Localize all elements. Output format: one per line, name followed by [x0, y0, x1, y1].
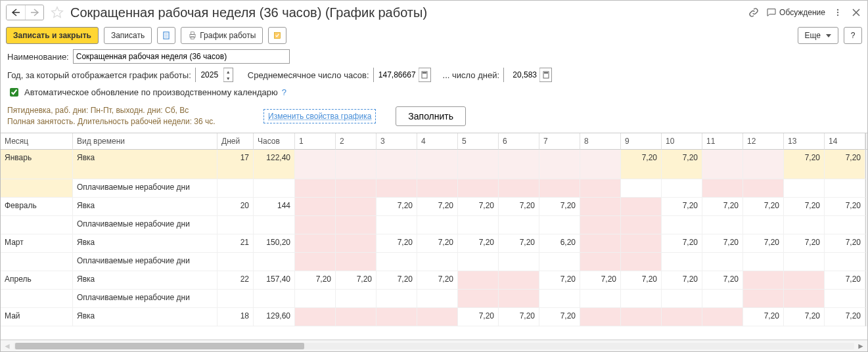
cell-day[interactable]	[621, 198, 662, 216]
col-day[interactable]: 11	[702, 133, 743, 150]
cell-day[interactable]	[702, 179, 743, 198]
cell-day[interactable]	[295, 253, 336, 271]
cell-day[interactable]	[458, 216, 499, 234]
vscroll-cell[interactable]	[865, 234, 867, 253]
cell-day[interactable]	[743, 290, 784, 308]
cell-day[interactable]	[702, 150, 743, 179]
col-day[interactable]: 9	[621, 133, 662, 150]
cell-day[interactable]	[580, 290, 621, 308]
kebab-menu-icon[interactable]	[832, 7, 844, 18]
cell-day[interactable]	[743, 179, 784, 198]
vscroll-cell[interactable]	[865, 271, 867, 290]
col-hours[interactable]: Часов	[254, 133, 295, 150]
cell-hours[interactable]	[254, 179, 295, 198]
cell-day[interactable]	[336, 179, 377, 198]
cell-day[interactable]: 7,20	[743, 198, 784, 216]
cell-day[interactable]	[621, 234, 662, 253]
cell-day[interactable]: 7,20	[784, 198, 825, 216]
vscroll-cell[interactable]	[865, 308, 867, 326]
cell-day[interactable]	[336, 308, 377, 326]
col-day[interactable]: 12	[743, 133, 784, 150]
cell-day[interactable]	[662, 290, 702, 308]
cell-day[interactable]	[458, 253, 499, 271]
auto-update-help[interactable]: ?	[282, 87, 286, 97]
col-month[interactable]: Месяц	[1, 133, 73, 150]
cell-day[interactable]: 7,20	[499, 234, 539, 253]
cell-hours[interactable]: 122,40	[254, 150, 295, 179]
cell-day[interactable]	[377, 216, 417, 234]
col-day[interactable]: 3	[377, 133, 417, 150]
cell-day[interactable]	[539, 179, 580, 198]
cell-day[interactable]	[377, 308, 417, 326]
cell-day[interactable]	[580, 216, 621, 234]
cell-day[interactable]: 7,20	[702, 198, 743, 216]
cell-day[interactable]: 7,20	[458, 234, 499, 253]
cell-day[interactable]: 7,20	[662, 198, 702, 216]
help-button[interactable]: ?	[844, 27, 862, 44]
save-button[interactable]: Записать	[104, 27, 152, 44]
cell-day[interactable]: 7,20	[743, 308, 784, 326]
cell-day[interactable]: 7,20	[295, 271, 336, 290]
cell-days[interactable]	[217, 290, 254, 308]
cell-day[interactable]	[784, 216, 825, 234]
cell-hours[interactable]	[254, 216, 295, 234]
print-schedule-button[interactable]: График работы	[181, 27, 263, 44]
cell-day[interactable]: 7,20	[499, 198, 539, 216]
cell-day[interactable]	[539, 290, 580, 308]
cell-day[interactable]	[580, 234, 621, 253]
cell-days[interactable]: 22	[217, 271, 254, 290]
cell-day[interactable]	[743, 253, 784, 271]
cell-day[interactable]	[662, 308, 702, 326]
cell-day[interactable]	[784, 290, 825, 308]
close-button[interactable]	[850, 7, 862, 18]
name-input[interactable]	[73, 49, 290, 64]
cell-day[interactable]	[702, 216, 743, 234]
cell-day[interactable]	[539, 253, 580, 271]
favorite-star-icon[interactable]	[51, 6, 64, 19]
cell-day[interactable]	[336, 198, 377, 216]
cell-day[interactable]	[702, 290, 743, 308]
fill-button[interactable]: Заполнить	[396, 106, 466, 126]
cell-days[interactable]	[217, 179, 254, 198]
cell-day[interactable]	[295, 234, 336, 253]
year-input[interactable]	[196, 68, 223, 82]
cell-day[interactable]	[621, 216, 662, 234]
cell-day[interactable]	[621, 308, 662, 326]
cell-day[interactable]	[825, 290, 865, 308]
avg-hours-calc-button[interactable]	[419, 68, 430, 81]
cell-day[interactable]: 7,20	[621, 271, 662, 290]
cell-day[interactable]: 7,20	[336, 271, 377, 290]
cell-day[interactable]	[336, 150, 377, 179]
col-day[interactable]: 1	[295, 133, 336, 150]
cell-hours[interactable]	[254, 290, 295, 308]
cell-day[interactable]: 7,20	[662, 271, 702, 290]
cell-hours[interactable]: 157,40	[254, 271, 295, 290]
cell-day[interactable]	[580, 198, 621, 216]
cell-day[interactable]: 7,20	[417, 198, 458, 216]
cell-day[interactable]	[458, 150, 499, 179]
cell-day[interactable]: 7,20	[417, 234, 458, 253]
cell-day[interactable]	[417, 290, 458, 308]
cell-day[interactable]	[295, 198, 336, 216]
cell-day[interactable]	[336, 253, 377, 271]
cell-hours[interactable]	[254, 253, 295, 271]
cell-day[interactable]	[377, 150, 417, 179]
cell-day[interactable]	[702, 253, 743, 271]
avg-hours-input[interactable]	[374, 68, 419, 82]
col-days[interactable]: Дней	[217, 133, 254, 150]
nav-back-button[interactable]	[7, 5, 25, 20]
cell-hours[interactable]: 144	[254, 198, 295, 216]
cell-day[interactable]	[539, 216, 580, 234]
cell-hours[interactable]: 150,20	[254, 234, 295, 253]
cell-day[interactable]	[621, 179, 662, 198]
cell-day[interactable]: 7,20	[458, 308, 499, 326]
cell-day[interactable]	[417, 253, 458, 271]
link-icon[interactable]	[748, 7, 760, 18]
cell-day[interactable]	[417, 308, 458, 326]
cell-day[interactable]	[825, 179, 865, 198]
cell-day[interactable]: 7,20	[539, 308, 580, 326]
cell-day[interactable]: 6,20	[539, 234, 580, 253]
cell-day[interactable]	[825, 253, 865, 271]
cell-day[interactable]	[784, 253, 825, 271]
year-up[interactable]: ▲	[224, 68, 233, 75]
